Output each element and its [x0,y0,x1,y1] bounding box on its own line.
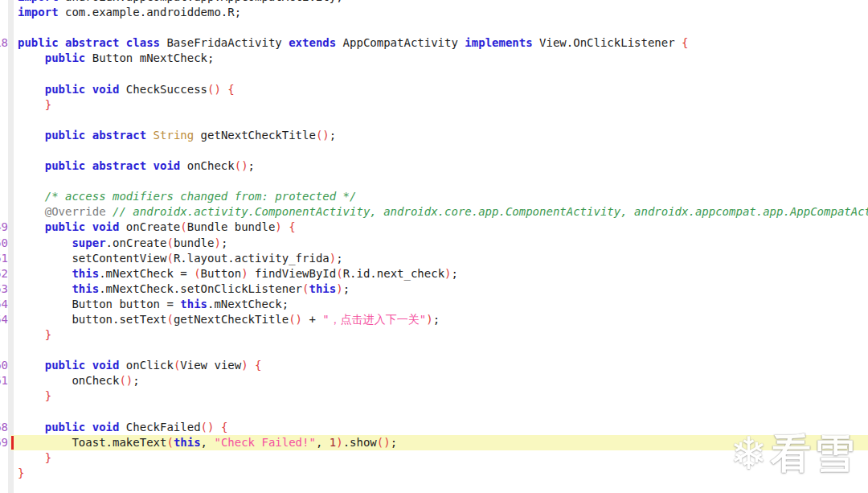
code-token-pl: findViewById [248,267,337,280]
code-token-pl: getNextCheckTitle [194,129,316,142]
code-line[interactable] [0,20,868,35]
line-number: 49 [0,220,8,235]
code-token-pl [18,51,45,64]
code-token-pl: R.id.next_check [343,267,444,280]
code-token-pl: , [201,436,215,449]
code-line[interactable] [0,405,868,420]
code-line[interactable]: public abstract void onCheck(); [0,158,868,174]
code-line[interactable]: @Override // androidx.activity.Component… [0,204,868,220]
code-token-pl: R.layout.activity_frida [174,252,330,265]
code-token-kw: public void [45,421,120,433]
code-token-kw: this [309,282,336,295]
code-token-pl: BaseFridaActivity [160,36,289,49]
code-token-pl [146,129,153,142]
line-number: 54 [0,312,8,327]
code-token-br: ( [166,436,173,449]
code-line[interactable] [0,143,868,158]
code-token-br: ( [180,220,186,233]
code-line[interactable]: 50 super.onCreate(bundle); [0,236,868,251]
code-token-pl: button.setText [18,313,166,326]
code-token-br: } [18,466,24,479]
code-line[interactable]: 60 public void onClick(View view) { [0,358,868,373]
code-token-kw: extends [289,36,336,49]
code-token-pl: bundle [174,236,215,249]
code-token-br: () [201,421,215,433]
code-line[interactable]: public Button mNextCheck; [0,51,868,66]
code-token-br: ) [336,282,342,295]
code-token-br: ( [166,313,173,326]
code-line[interactable]: } [0,97,868,113]
code-token-pl [18,328,45,341]
code-token-pl: ; [433,313,440,326]
code-token-br: ( [194,267,200,280]
code-line[interactable]: 54 button.setText(getNextCheckTitle() + … [0,312,868,327]
line-number: 52 [0,266,8,281]
code-token-kw: public abstract class [18,36,160,49]
code-token-pl: Toast.makeText [18,436,166,449]
line-number: 61 [0,373,8,388]
code-line[interactable] [0,113,868,128]
code-line[interactable]: import com.example.androiddemo.R; [0,5,868,20]
code-token-pl [18,98,45,111]
code-line[interactable] [0,66,868,81]
code-line[interactable]: } [0,388,868,404]
code-token-pl: ; [221,236,227,249]
code-line[interactable]: 18public abstract class BaseFridaActivit… [0,35,868,51]
code-token-pl: + [302,313,322,326]
code-token-kw: this [174,436,201,449]
code-line[interactable]: } [0,450,868,466]
code-token-pl: onCheck [180,159,234,172]
line-number: 51 [0,251,8,266]
code-token-pl: .mNextCheck.setOnClickListener [99,282,302,295]
line-number: 69 [0,435,8,450]
code-line[interactable] [0,174,868,189]
code-token-pl: onClick [119,359,173,372]
code-line[interactable] [0,343,868,358]
code-token-br: ( [166,252,173,265]
code-line[interactable]: 49 public void onCreate(Bundle bundle) { [0,220,868,235]
code-token-pl [18,129,45,142]
code-line[interactable]: } [0,466,868,481]
code-token-pl [18,359,45,372]
code-token-br: () [316,129,330,142]
code-token-ty: String [154,129,194,142]
code-line[interactable]: 53 this.mNextCheck.setOnClickListener(th… [0,281,868,297]
code-line-highlighted[interactable]: 69 Toast.makeText(this, "Check Failed!",… [0,435,868,450]
code-token-nu: 1 [330,436,336,449]
code-line[interactable]: 61 onCheck(); [0,373,868,388]
code-token-kw: public void [45,220,120,233]
code-token-cm: /* access modifiers changed from: protec… [45,190,357,203]
code-token-pl: ; [391,436,397,449]
code-token-pl: setContentView [18,252,166,265]
code-token-pl: CheckSuccess [119,83,207,96]
code-token-br: { [289,220,295,233]
code-line[interactable]: 52 this.mNextCheck = (Button) findViewBy… [0,266,868,281]
code-editor-area[interactable]: import androidx.appcompat.app.AppCompatA… [0,0,868,481]
code-token-br: ) [330,252,336,265]
code-token-pl: .show [343,436,377,449]
code-token-kw: this [72,267,99,280]
code-token-kw: public abstract [45,129,146,142]
code-token-pl: .mNextCheck; [207,298,289,310]
code-token-pl [18,267,72,280]
code-token-pl: ; [248,159,255,172]
code-line[interactable]: 68 public void CheckFailed() { [0,420,868,435]
code-token-br: ) [426,313,432,326]
code-token-br: () [235,159,248,172]
code-line[interactable]: /* access modifiers changed from: protec… [0,189,868,204]
code-line[interactable]: } [0,327,868,343]
code-line[interactable]: public void CheckSuccess() { [0,82,868,97]
code-token-pl: getNextCheckTitle [174,313,289,326]
code-token-pl: ; [452,267,458,280]
code-token-br: ) [275,220,281,233]
code-token-pl [214,421,220,433]
code-line[interactable]: 51 setContentView(R.layout.activity_frid… [0,251,868,266]
code-token-pl [282,220,289,233]
code-line[interactable]: 54 Button button = this.mNextCheck; [0,297,868,312]
code-token-br: ( [166,236,173,249]
code-token-pl [18,220,45,233]
code-line[interactable]: public abstract String getNextCheckTitle… [0,128,868,143]
code-token-pl [106,205,113,218]
code-token-br: () [119,374,133,387]
code-token-pl [18,190,45,203]
